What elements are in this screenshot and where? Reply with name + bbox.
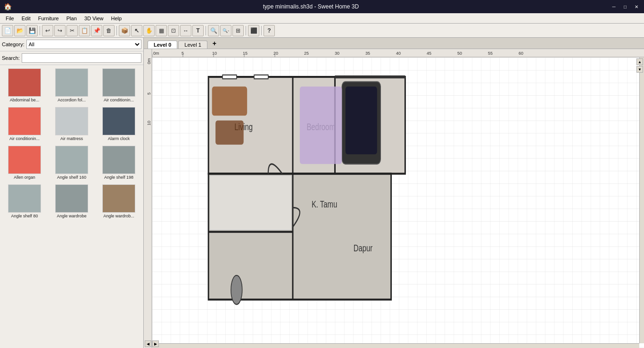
furniture-grid-item[interactable]: Angle shelf 160 <box>49 144 94 181</box>
plan-scroll-horizontal[interactable] <box>152 343 639 348</box>
cut-button[interactable]: ✂ <box>66 25 78 36</box>
zoom-out-button[interactable]: 🔍- <box>220 25 231 36</box>
copy-button[interactable]: 📋 <box>79 25 90 36</box>
undo-button[interactable]: ↩ <box>42 25 53 36</box>
furniture-grid-item[interactable]: Angle shelf 198 <box>96 144 141 181</box>
ruler-h-svg: 0m 5 10 15 20 25 30 35 40 45 50 55 60 <box>152 49 644 58</box>
svg-rect-40 <box>223 75 237 79</box>
furniture-grid-item[interactable]: Air mattress <box>49 106 94 142</box>
svg-text:40: 40 <box>396 51 401 56</box>
delete-button[interactable]: 🗑 <box>103 25 115 36</box>
svg-text:30: 30 <box>335 51 339 56</box>
help-button[interactable]: ? <box>264 25 275 36</box>
search-row: Search: <box>0 51 143 65</box>
scroll-left-button[interactable]: ◀ <box>145 340 151 347</box>
toolbar-separator-2 <box>116 26 117 35</box>
furniture-thumbnail <box>8 146 41 174</box>
furniture-grid-item[interactable]: Abdominal be... <box>2 67 47 104</box>
floor-plan-svg: Living Bedroom Toilet K. Tamu Dapur <box>152 58 644 348</box>
3d-view-button[interactable]: ⬛ <box>248 25 259 36</box>
menu-furniture[interactable]: Furniture <box>34 15 63 22</box>
create-room-button[interactable]: ⊡ <box>168 25 179 36</box>
new-button[interactable]: 📄 <box>2 25 13 36</box>
menu-plan[interactable]: Plan <box>63 15 81 22</box>
furniture-thumbnail <box>55 146 88 174</box>
create-wall-button[interactable]: ▦ <box>156 25 167 36</box>
toolbar-separator-3 <box>206 26 206 35</box>
svg-text:60: 60 <box>519 51 523 56</box>
furniture-thumbnail <box>102 146 135 174</box>
plan-scroll-v-arrows: ▲ ▼ <box>636 58 643 73</box>
save-button[interactable]: 💾 <box>26 25 38 36</box>
pan-tool[interactable]: ✋ <box>143 25 155 36</box>
furniture-grid-item[interactable]: Allen organ <box>2 144 47 181</box>
open-button[interactable]: 📂 <box>14 25 25 36</box>
search-label: Search: <box>2 55 20 61</box>
furniture-grid-item[interactable]: Angle wardrob... <box>96 183 141 220</box>
minimize-button[interactable]: ─ <box>610 3 618 10</box>
maximize-button[interactable]: □ <box>621 3 629 10</box>
category-select[interactable]: All <box>26 40 141 49</box>
furniture-label: Allen organ <box>6 175 43 180</box>
plan-scroll-vertical[interactable] <box>639 58 644 343</box>
menu-help[interactable]: Help <box>107 15 126 22</box>
furniture-grid-item[interactable]: Alarm clock <box>96 106 141 142</box>
furniture-label: Abdominal be... <box>6 98 43 102</box>
furniture-thumbnail <box>8 184 41 213</box>
search-input[interactable] <box>22 53 141 63</box>
zoom-fit-button[interactable]: ⊞ <box>232 25 244 36</box>
svg-text:55: 55 <box>488 51 493 56</box>
create-text-button[interactable]: T <box>192 25 204 36</box>
svg-text:25: 25 <box>304 51 309 56</box>
svg-text:45: 45 <box>427 51 431 56</box>
svg-text:10: 10 <box>147 121 151 125</box>
menu-3dview[interactable]: 3D View <box>81 15 107 22</box>
tab-level1[interactable]: Level 1 <box>178 41 207 49</box>
svg-text:20: 20 <box>273 51 278 56</box>
svg-text:0m: 0m <box>153 51 159 56</box>
redo-button[interactable]: ↪ <box>54 25 66 36</box>
create-dimension-button[interactable]: ↔ <box>180 25 191 36</box>
toolbar: 📄 📂 💾 ↩ ↪ ✂ 📋 📌 🗑 📦 ↖ ✋ ▦ ⊡ ↔ T 🔍 🔍- ⊞ ⬛… <box>0 24 644 38</box>
tab-level0[interactable]: Level 0 <box>148 41 177 49</box>
furniture-label: Angle wardrobe <box>53 214 91 218</box>
menu-file[interactable]: File <box>2 15 18 22</box>
add-furniture-button[interactable]: 📦 <box>119 25 130 36</box>
paste-button[interactable]: 📌 <box>91 25 102 36</box>
furniture-label: Air conditionin... <box>100 98 138 102</box>
add-level-button[interactable]: + <box>210 39 219 48</box>
ruler-v-svg: 0m 5 10 <box>144 49 152 348</box>
svg-rect-44 <box>215 120 244 144</box>
level-tabs: Level 0 Level 1 + <box>144 38 644 49</box>
close-button[interactable]: ✕ <box>633 3 640 10</box>
furniture-thumbnail <box>102 184 135 213</box>
svg-text:10: 10 <box>212 51 217 56</box>
app-icon: 🏠 <box>4 3 12 10</box>
scroll-up-button[interactable]: ▲ <box>636 58 643 65</box>
furniture-label: Accordion fol... <box>53 98 91 102</box>
furniture-grid-item[interactable]: Angle wardrobe <box>49 183 94 220</box>
scroll-down-button[interactable]: ▼ <box>636 66 643 73</box>
furniture-grid-item[interactable]: Air conditionin... <box>96 67 141 104</box>
furniture-grid-item[interactable]: Angle shelf 80 <box>2 183 47 220</box>
plan-canvas[interactable]: Living Bedroom Toilet K. Tamu Dapur <box>152 58 644 348</box>
svg-text:35: 35 <box>365 51 370 56</box>
furniture-label: Alarm clock <box>100 136 138 141</box>
ruler-vertical: 0m 5 10 <box>144 49 152 348</box>
toolbar-separator-1 <box>40 26 40 35</box>
window-title: type minimalis.sh3d - Sweet Home 3D <box>12 3 610 10</box>
plan-view[interactable]: 0m 5 10 15 20 25 30 35 40 45 50 55 60 <box>144 49 644 348</box>
select-tool[interactable]: ↖ <box>131 25 142 36</box>
menubar: File Edit Furniture Plan 3D View Help <box>0 13 644 24</box>
furniture-grid-item[interactable]: Air conditionin... <box>2 106 47 142</box>
furniture-grid-item[interactable]: Accordion fol... <box>49 67 94 104</box>
furniture-thumbnail <box>102 68 135 97</box>
scroll-right-button[interactable]: ▶ <box>152 340 159 347</box>
toolbar-separator-5 <box>261 26 262 35</box>
furniture-grid: Abdominal be...Accordion fol...Air condi… <box>0 65 143 348</box>
furniture-thumbnail <box>8 68 41 97</box>
category-row: Category: All <box>0 38 143 51</box>
zoom-in-button[interactable]: 🔍 <box>208 25 219 36</box>
menu-edit[interactable]: Edit <box>18 15 34 22</box>
plan-scroll-arrows: ◀ ▶ <box>145 340 159 347</box>
